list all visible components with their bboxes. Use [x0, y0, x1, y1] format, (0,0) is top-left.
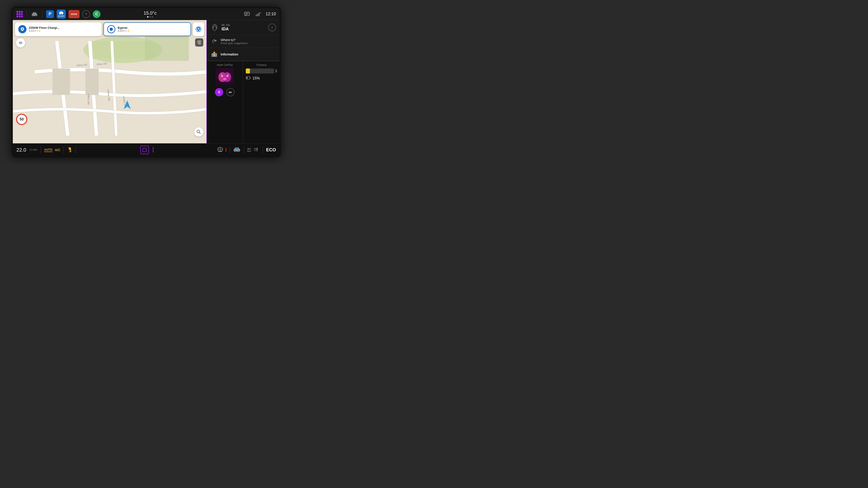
grid-icon[interactable]	[17, 11, 23, 18]
auto-button[interactable]: AUTO	[44, 148, 53, 152]
route-card-2[interactable]: Бургас 3:23 h +⚡	[103, 22, 191, 36]
screen-bezel: P ASSIST MODE + C 15.0°c	[11, 7, 281, 158]
svg-rect-15	[52, 68, 70, 95]
right-panel: Hi, I'm IDA ›	[207, 20, 280, 143]
add-button[interactable]: +	[82, 10, 90, 18]
map-section[interactable]: Ulitsa 182 Ulitsa 182 Ulitsa 184 Улица 1…	[13, 20, 207, 143]
svg-point-23	[22, 28, 23, 30]
next-button[interactable]: ⏭	[226, 88, 235, 96]
svg-point-35	[214, 54, 215, 55]
svg-point-32	[216, 27, 217, 28]
carplay-button[interactable]: C	[93, 10, 100, 18]
top-bar-right: 12:10	[243, 10, 276, 18]
route-card-extra[interactable]	[193, 22, 204, 36]
seat-heating-button[interactable]	[67, 146, 72, 154]
svg-rect-48	[246, 77, 248, 79]
media-controls: ⏸ ⏭	[209, 88, 241, 96]
home-button[interactable]	[140, 145, 149, 154]
svg-rect-49	[69, 151, 71, 152]
pause-button[interactable]: ⏸	[215, 88, 223, 96]
ida-card[interactable]: Hi, I'm IDA ›	[207, 20, 280, 35]
route-icon-2	[107, 25, 115, 33]
bottom-center	[79, 145, 215, 154]
menu-dots-button[interactable]	[153, 148, 154, 152]
information-text: Information	[221, 53, 276, 56]
bottom-divider-3	[75, 147, 76, 153]
battery-fill	[246, 68, 250, 73]
main-screen: P ASSIST MODE + C 15.0°c	[13, 8, 280, 156]
svg-point-39	[223, 72, 231, 82]
svg-point-42	[223, 78, 226, 80]
clima-temp: 22.0	[17, 147, 27, 153]
svg-rect-56	[236, 148, 237, 149]
route-info-1: 225kW Fines Chargi... 3:13 h +⚡	[29, 26, 98, 32]
charge-percentage: 15%	[253, 76, 260, 80]
svg-rect-27	[197, 42, 201, 43]
svg-point-44	[227, 74, 229, 75]
heated-steering-button[interactable]	[217, 147, 223, 153]
svg-rect-8	[258, 12, 259, 16]
battery-icon	[246, 76, 251, 81]
svg-rect-6	[256, 14, 257, 16]
svg-marker-34	[213, 52, 215, 53]
airflow-button[interactable]	[253, 147, 259, 153]
svg-rect-14	[145, 34, 189, 61]
clock: 12:10	[266, 12, 276, 17]
svg-point-40	[221, 75, 223, 77]
where-to-text: Where to? Route guid. suggestions	[221, 38, 276, 44]
messages-button[interactable]	[243, 10, 251, 18]
battery-bar	[246, 68, 274, 73]
charge-percent-row: 15%	[246, 76, 277, 81]
bottom-bar: 22.0 CLIMA AUTO A/C	[13, 143, 280, 156]
car-button[interactable]	[30, 10, 39, 18]
speed-limit-sign: 50	[16, 114, 27, 125]
charging-widget: Charging	[243, 61, 280, 143]
svg-point-41	[226, 75, 229, 77]
top-bar-left: P ASSIST MODE + C	[17, 9, 100, 19]
bottom-widgets: Apple CarPlay	[207, 61, 280, 143]
svg-rect-26	[197, 41, 201, 41]
battery-bar-container	[246, 68, 277, 73]
bottom-divider-4	[230, 147, 230, 153]
map-search-button[interactable]	[194, 127, 203, 136]
information-icon	[211, 51, 218, 58]
svg-rect-45	[216, 82, 234, 86]
album-art	[216, 68, 234, 86]
battery-stripes	[250, 68, 274, 73]
3d-view-button[interactable]: 3D	[16, 38, 25, 47]
ac-max-button[interactable]: A/C MAX	[247, 148, 251, 152]
car-view-button[interactable]	[233, 147, 241, 153]
svg-point-25	[198, 28, 199, 29]
svg-rect-7	[257, 13, 258, 16]
information-card[interactable]: Information	[207, 48, 280, 61]
assist-button[interactable]: ASSIST	[57, 9, 66, 19]
map-menu-button[interactable]	[195, 38, 203, 46]
ida-icon	[211, 23, 219, 32]
route-cards: 225kW Fines Chargi... 3:13 h +⚡ Бу	[15, 22, 204, 36]
mode-button[interactable]: MODE	[68, 10, 80, 18]
divider-2	[42, 11, 42, 18]
eco-mode-label: ECO	[266, 147, 276, 153]
battery-pole	[276, 69, 277, 73]
svg-line-30	[199, 133, 201, 134]
parking-button[interactable]: P	[46, 10, 54, 18]
route-suggestion-icon	[211, 38, 218, 45]
top-bar: P ASSIST MODE + C 15.0°c	[13, 8, 280, 20]
svg-rect-47	[250, 77, 251, 78]
temp-value: 15.0°c	[144, 10, 157, 16]
svg-rect-13	[88, 41, 154, 59]
svg-rect-50	[218, 151, 222, 152]
status-dots	[225, 149, 226, 151]
svg-rect-16	[86, 68, 99, 95]
route-icon-1	[18, 25, 27, 33]
bottom-divider-5	[244, 147, 244, 153]
ac-button[interactable]: A/C	[55, 148, 60, 152]
svg-rect-28	[198, 43, 201, 44]
svg-point-31	[213, 27, 214, 28]
ida-expand-button[interactable]: ›	[268, 24, 276, 31]
svg-point-43	[221, 74, 222, 75]
clima-label: CLIMA	[29, 149, 38, 151]
route-card-1[interactable]: 225kW Fines Chargi... 3:13 h +⚡	[15, 22, 102, 36]
clima-temperature: 22.0	[17, 147, 26, 153]
where-to-card[interactable]: Where to? Route guid. suggestions	[207, 35, 280, 48]
